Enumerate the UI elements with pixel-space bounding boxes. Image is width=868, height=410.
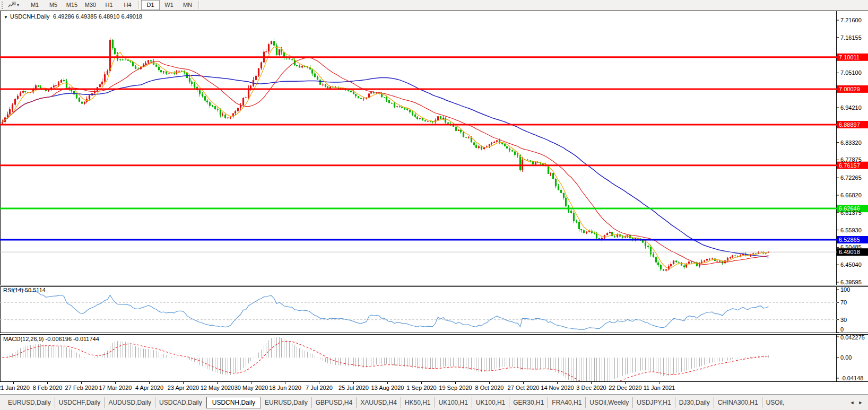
price-axis[interactable]: 7.216007.161557.051006.942106.833206.778…: [837, 17, 865, 381]
date-label: 7 Jul 2020: [306, 385, 333, 391]
chart-tab-bar: EURUSD,DailyUSDCHF,DailyAUDUSD,DailyUSDC…: [0, 394, 868, 410]
date-axis[interactable]: 21 Jan 20208 Feb 202027 Feb 202017 Mar 2…: [0, 382, 675, 391]
tab-eurusd-daily[interactable]: EURUSD,Daily: [4, 397, 55, 408]
svg-text:7.00029: 7.00029: [839, 86, 860, 92]
price-tick-label: 6.72265: [840, 175, 862, 181]
tab-usoil-weekly[interactable]: USOil,Weekly: [586, 397, 633, 408]
chart-title: USDCNH,Daily: [10, 13, 50, 20]
date-label: 18 Jun 2020: [269, 385, 301, 391]
price-tick-label: 6.83320: [840, 139, 862, 146]
macd-indicator-label: MACD(12,26,9) -0.006196 -0.011744: [3, 336, 99, 342]
tab-china300-h1[interactable]: CHINA300,H1: [714, 397, 762, 408]
tab-usdjpy-h1[interactable]: USDJPY,H1: [633, 397, 675, 408]
date-label: 12 May 2020: [201, 385, 235, 391]
date-label: 27 Feb 2020: [65, 385, 98, 391]
date-label: 30 May 2020: [235, 385, 268, 391]
price-tick-label: 6.77875: [840, 156, 862, 163]
tab-usdchf-daily[interactable]: USDCHF,Daily: [55, 397, 105, 408]
date-label: 21 Jan 2020: [0, 385, 30, 391]
svg-text:6.52865: 6.52865: [839, 237, 860, 243]
date-label: 22 Dec 2020: [609, 385, 641, 391]
date-label: 23 Apr 2020: [168, 385, 199, 391]
price-tick-label: 6.55930: [840, 227, 862, 233]
price-tick-label: 7.05100: [840, 69, 862, 76]
macd-tick-label: 0.00: [840, 354, 852, 361]
date-label: 3 Dec 2020: [576, 385, 606, 391]
rsi-indicator-label: RSI(14) 50.5114: [3, 287, 46, 293]
price-tick-label: 6.61375: [840, 210, 862, 216]
date-label: 4 Apr 2020: [135, 385, 163, 391]
svg-text:6.88897: 6.88897: [839, 121, 860, 128]
rsi-tick-label: 30: [840, 317, 847, 323]
tab-usdcnh-daily[interactable]: USDCNH,Daily: [206, 397, 261, 408]
price-tick-label: 6.45040: [840, 261, 862, 268]
chart-collapse-icon[interactable]: ▼: [4, 15, 8, 20]
date-label: 1 Sep 2020: [406, 385, 436, 391]
svg-text:7.10011: 7.10011: [839, 54, 860, 60]
rsi-tick-label: 100: [840, 286, 850, 293]
price-tick-label: 6.66820: [840, 192, 862, 198]
tab-fra40-h1[interactable]: FRA40,H1: [548, 397, 586, 408]
price-tick-label: 6.39595: [840, 279, 862, 285]
svg-text:6.76157: 6.76157: [839, 162, 860, 169]
horizontal-levels-layer: 7.100117.000296.888976.761576.626466.528…: [0, 54, 868, 256]
date-label: 8 Feb 2020: [33, 385, 63, 391]
tab-eurusd-daily[interactable]: EURUSD,Daily: [261, 397, 312, 408]
chart-canvas[interactable]: 7.100117.000296.888976.761576.626466.528…: [0, 0, 868, 394]
date-label: 27 Oct 2020: [508, 385, 540, 391]
tab-hk50-h1[interactable]: HK50,H1: [401, 397, 435, 408]
price-label-6.52865[interactable]: 6.52865: [837, 236, 868, 243]
tab-uk100-h1[interactable]: UK100,H1: [435, 397, 472, 408]
tab-xauusd-h4[interactable]: XAUUSD,H4: [357, 397, 401, 408]
tab-ger30-h1[interactable]: GER30,H1: [509, 397, 548, 408]
moving-averages-layer: [3, 47, 769, 268]
tab-uk100-h1[interactable]: UK100,H1: [472, 397, 509, 408]
rsi-tick-label: 0: [840, 326, 844, 333]
chart-ohlc-values: 6.49286 6.49385 6.48910 6.49018: [53, 13, 142, 20]
price-label-7.00029[interactable]: 7.00029: [837, 85, 868, 93]
tab-audusd-daily[interactable]: AUDUSD,Daily: [105, 397, 155, 408]
tab-scroll-right-icon[interactable]: ►: [856, 400, 865, 405]
date-label: 19 Sep 2020: [439, 385, 472, 391]
date-label: 25 Jul 2020: [338, 385, 369, 391]
tab-dj30-daily[interactable]: DJ30,Daily: [675, 397, 714, 408]
rsi-tick-label: 70: [840, 299, 847, 306]
tab-gbpusd-h4[interactable]: GBPUSD,H4: [312, 397, 357, 408]
date-label: 13 Aug 2020: [371, 385, 404, 391]
tab-scroll-left-icon[interactable]: ◄: [848, 400, 856, 405]
pane-borders: [0, 11, 868, 382]
price-tick-label: 6.94210: [840, 104, 862, 111]
tab-usdcad-daily[interactable]: USDCAD,Daily: [155, 397, 206, 408]
date-label: 11 Jan 2021: [644, 385, 675, 391]
date-label: 17 Mar 2020: [99, 385, 132, 391]
macd-tick-label: -0.04148: [840, 375, 863, 381]
rsi-line: [10, 290, 769, 330]
macd-pane: [3, 337, 769, 388]
price-tick-label: 6.50485: [840, 244, 862, 250]
price-label-6.88897[interactable]: 6.88897: [837, 121, 868, 128]
price-label-7.10011[interactable]: 7.10011: [837, 54, 868, 61]
candles-layer: [2, 38, 769, 272]
tab-usoil-[interactable]: USOil,: [762, 397, 788, 408]
price-tick-label: 7.21600: [840, 17, 862, 23]
date-label: 14 Nov 2020: [541, 385, 574, 391]
rsi-pane: [0, 290, 837, 330]
date-label: 8 Oct 2020: [475, 385, 504, 391]
macd-tick-label: 0.042275: [840, 334, 865, 341]
mt4-window: ▾ M1M5M15M30H1H4 D1W1MN 7.100117.000296.…: [0, 0, 868, 410]
price-tick-label: 7.16155: [840, 34, 862, 41]
chart-tab-strip: EURUSD,DailyUSDCHF,DailyAUDUSD,DailyUSDC…: [0, 395, 846, 410]
tab-scroll-arrows: ◄ ►: [846, 395, 868, 410]
